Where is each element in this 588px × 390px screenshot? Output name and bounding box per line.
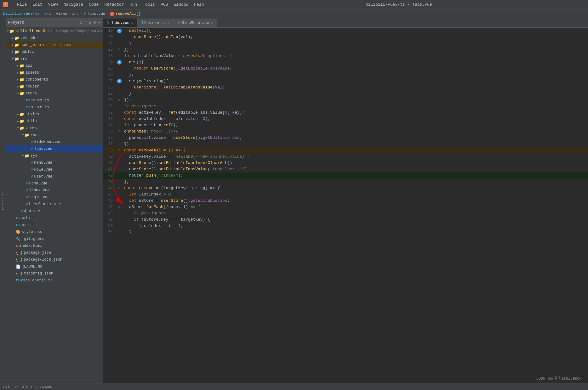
menu-refactor[interactable]: Refactor [102,2,126,8]
folder-utils-icon: 📁 [20,119,24,124]
fold-44[interactable]: ⊟ [118,185,120,191]
tree-router[interactable]: ▶ 📁 router [6,83,103,90]
bottom-indent: 2 spaces [36,385,52,389]
tree-src[interactable]: ▼ 📁 src [6,55,103,62]
menu-code[interactable]: Code [86,2,101,8]
tree-styles[interactable]: ▶ 📁 styles [6,111,103,118]
breadcrumb-views[interactable]: views [56,12,67,16]
tree-utils[interactable]: ▶ 📁 utils [6,118,103,125]
menu-navigate[interactable]: Navigate [61,2,86,8]
fold-30[interactable]: ⊟ [118,97,120,103]
tree-inc[interactable]: ▼ 📁 inc [6,132,103,138]
breakpoint-24[interactable]: ● [117,60,122,65]
breadcrumb-method[interactable]: removeAll() [116,12,140,16]
structure-sidebar[interactable]: Structure [0,18,6,383]
vue-icon-index: V [26,189,28,192]
structure-label: Structure [1,191,5,210]
tree-menu-vue[interactable]: V Menu.vue [6,159,103,166]
tree-gitignore[interactable]: 🔧 .gitignore [6,235,103,242]
tree-role-vue[interactable]: V Role.vue [6,166,103,173]
menu-help[interactable]: Help [191,2,206,8]
file-mock-ts: mock.ts [21,223,37,227]
tab-close-store-ts[interactable]: ✕ [168,21,170,25]
tree-user-vue[interactable]: V User.vue [6,173,103,180]
file-index-html: index.html [19,244,42,248]
breakpoint-27[interactable]: ● [117,79,122,83]
tab-close-sidemenu-vue[interactable]: ✕ [211,21,213,25]
tree-app-vue[interactable]: V App.vue [6,208,103,215]
menu-tools[interactable]: Tools [140,2,157,8]
code-line-46: 46 let uStore = userStore().getEditableT… [103,198,588,204]
tree-sidemenu[interactable]: V SideMenu.vue [6,138,103,145]
tree-home-vue[interactable]: V Home.vue [6,180,103,187]
code-line-21: 21 } [103,40,588,47]
tab-close-tabs-vue[interactable]: ✕ [131,21,134,25]
close-panel-icon[interactable]: — [98,20,100,25]
code-line-35: 35 ⊟ onMounted( hook: ()=>{ [103,128,588,135]
tab-store-ts[interactable]: TS store.ts ✕ [137,19,174,27]
menu-run[interactable]: Run [127,2,140,8]
code-line-51: 51 } [103,229,588,235]
tree-views[interactable]: ▼ 📁 views [6,125,103,132]
tree-index-ts[interactable]: TS index.ts [6,97,103,104]
tree-login-vue[interactable]: V Login.vue [6,194,103,201]
breadcrumb-circle-icon [110,12,114,16]
breadcrumb-src[interactable]: src [44,12,51,16]
breadcrumb-file[interactable]: Tabs.vue [87,12,105,16]
fold-22[interactable]: ⊟ [118,47,120,53]
code-line-28: 28 userStore().setEditableTabsValue(val)… [103,84,588,91]
tree-readme[interactable]: 📄 README.md [6,263,103,270]
menu-file[interactable]: File [14,2,29,8]
tree-vite-config[interactable]: TS vite.config.ts [6,277,103,284]
tree-assets[interactable]: ▶ 📁 assets [6,69,103,76]
tree-index-html[interactable]: ◇ index.html [6,242,103,249]
fold-47[interactable]: ⊟ [118,204,120,210]
arrow-vscode: ▶ [12,36,14,40]
gear-icon[interactable]: ⚙ [93,20,96,25]
tree-root[interactable]: ▼ 📁 bilibili-vue3-ts D:\ProgramWorkSpace… [6,28,103,35]
tree-main-ts[interactable]: TS main.ts [6,215,103,222]
menu-window[interactable]: Window [171,2,191,8]
arrow-styles: ▶ [17,112,19,116]
settings-icon[interactable]: ⚙ [80,20,82,25]
tree-style-css[interactable]: 🎨 style.css [6,229,103,235]
breadcrumb-project[interactable]: bilibili-vue3-ts [3,12,39,16]
code-line-20: 20 userStore().addTab(val); [103,34,588,40]
tree-public[interactable]: ▶ 📁 public [6,48,103,55]
collapse-icon[interactable]: ≡ [84,20,87,25]
tree-sys[interactable]: ▼ 📁 sys [6,152,103,159]
tree-api[interactable]: ▶ 📁 api [6,62,103,69]
tree-usercenter-vue[interactable]: V UserCenter.vue [6,201,103,208]
tree-package-json[interactable]: { } package.json [6,249,103,256]
ts-icon-store: TS [26,106,30,109]
code-line-48: 48 // @ts-ignore [103,210,588,217]
breadcrumb-inc[interactable]: inc [72,12,79,16]
tree-vscode[interactable]: ▶ 📁 .vscode [6,35,103,42]
tab-tabs-vue[interactable]: V Tabs.vue ✕ [103,19,137,27]
menu-vcs[interactable]: VCS [158,2,170,8]
menu-edit[interactable]: Edit [30,2,45,8]
file-package-lock-json: package-lock.json [24,257,62,262]
vue-icon-home: V [26,182,28,185]
tree-components[interactable]: ▶ 📁 components [6,76,103,83]
folder-node-modules-icon: 📁 [14,43,19,48]
sort-icon[interactable]: ⇅ [89,20,91,25]
tab-sidemenu-vue[interactable]: V SideMenu.vue ✕ [174,19,217,27]
tree-store[interactable]: ▼ 📁 store [6,90,103,97]
tree-tabs-vue[interactable]: V Tabs.vue [6,145,103,152]
breadcrumb-vue-icon: V [83,12,86,16]
bottom-bar: main LF UTF-8 2 spaces [0,383,588,390]
tree-node-modules[interactable]: ▶ 📁 node_modules library root [6,42,103,48]
tree-tsconfig-json[interactable]: { } tsconfig.json [6,270,103,277]
tree-index-vue[interactable]: V Index.vue [6,187,103,194]
menu-view[interactable]: View [45,2,60,8]
tree-package-lock-json[interactable]: { } package-lock.json [6,256,103,263]
file-role-vue: Role.vue [34,167,53,172]
tree-mock-ts[interactable]: TS mock.ts [6,222,103,229]
titlebar: B File Edit View Navigate Code Refactor … [0,0,588,9]
fold-35[interactable]: ⊟ [118,128,120,135]
tree-store-ts[interactable]: TS store.ts [6,104,103,111]
code-editor[interactable]: 19 ● set(val){ 20 userStore().addTab(val… [103,28,588,383]
fold-38[interactable]: ⊟ [118,147,120,154]
breakpoint-19[interactable]: ● [117,29,122,33]
